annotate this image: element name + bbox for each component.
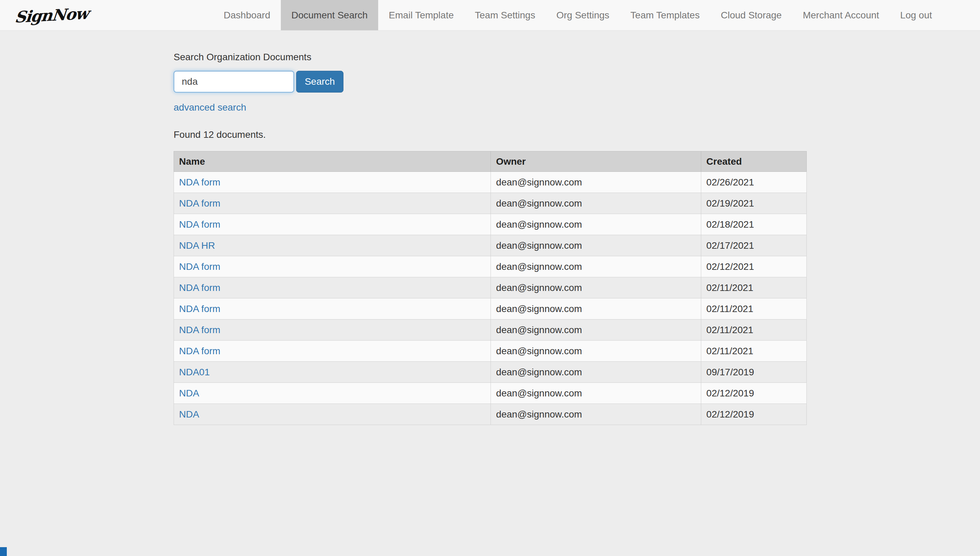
nav-item-cloud-storage[interactable]: Cloud Storage <box>710 0 792 30</box>
table-row: NDA form dean@signnow.com 02/18/2021 <box>174 214 807 235</box>
table-row: NDA HR dean@signnow.com 02/17/2021 <box>174 235 807 256</box>
nav-item-label: Email Template <box>389 10 454 21</box>
table-row: NDA form dean@signnow.com 02/19/2021 <box>174 193 807 214</box>
nav-item-label: Document Search <box>291 10 368 21</box>
document-owner-cell: dean@signnow.com <box>491 277 701 298</box>
search-row: Search <box>174 71 980 92</box>
document-owner-cell: dean@signnow.com <box>491 362 701 383</box>
document-name-link[interactable]: NDA <box>179 388 199 398</box>
table-row: NDA form dean@signnow.com 02/12/2021 <box>174 256 807 277</box>
table-row: NDA dean@signnow.com 02/12/2019 <box>174 404 807 425</box>
top-navbar: SignNow Dashboard Document Search Email … <box>0 0 980 31</box>
document-created-cell: 02/26/2021 <box>701 172 807 193</box>
document-name-link[interactable]: NDA HR <box>179 240 215 251</box>
results-table-head: Name Owner Created <box>174 152 807 172</box>
table-row: NDA form dean@signnow.com 02/26/2021 <box>174 172 807 193</box>
document-name-link[interactable]: NDA form <box>179 283 220 293</box>
table-row: NDA form dean@signnow.com 02/11/2021 <box>174 341 807 362</box>
signnow-logo[interactable]: SignNow <box>0 0 105 33</box>
document-owner-cell: dean@signnow.com <box>491 341 701 362</box>
document-name-link[interactable]: NDA form <box>179 346 220 356</box>
document-name-link[interactable]: NDA form <box>179 304 220 314</box>
nav-item-label: Cloud Storage <box>721 10 781 21</box>
search-input[interactable] <box>174 71 294 92</box>
document-owner-cell: dean@signnow.com <box>491 320 701 341</box>
nav-item-org-settings[interactable]: Org Settings <box>546 0 620 30</box>
document-owner-cell: dean@signnow.com <box>491 256 701 277</box>
results-table-body: NDA form dean@signnow.com 02/26/2021 NDA… <box>174 172 807 425</box>
nav-items: Dashboard Document Search Email Template… <box>213 0 943 30</box>
nav-item-log-out[interactable]: Log out <box>890 0 943 30</box>
document-created-cell: 02/11/2021 <box>701 320 807 341</box>
document-created-cell: 02/18/2021 <box>701 214 807 235</box>
document-name-link[interactable]: NDA form <box>179 177 220 187</box>
table-row: NDA01 dean@signnow.com 09/17/2019 <box>174 362 807 383</box>
document-owner-cell: dean@signnow.com <box>491 214 701 235</box>
table-row: NDA dean@signnow.com 02/12/2019 <box>174 383 807 404</box>
document-name-link[interactable]: NDA form <box>179 261 220 272</box>
document-created-cell: 02/12/2019 <box>701 404 807 425</box>
header-row: Name Owner Created <box>174 152 807 172</box>
document-owner-cell: dean@signnow.com <box>491 235 701 256</box>
document-name-link[interactable]: NDA01 <box>179 367 210 377</box>
nav-item-label: Org Settings <box>556 10 609 21</box>
main-content: Search Organization Documents Search adv… <box>0 31 980 425</box>
nav-item-label: Merchant Account <box>803 10 879 21</box>
nav-item-label: Dashboard <box>224 10 270 21</box>
document-name-link[interactable]: NDA form <box>179 219 220 230</box>
document-owner-cell: dean@signnow.com <box>491 383 701 404</box>
table-row: NDA form dean@signnow.com 02/11/2021 <box>174 320 807 341</box>
nav-item-team-templates[interactable]: Team Templates <box>620 0 710 30</box>
nav-item-team-settings[interactable]: Team Settings <box>464 0 546 30</box>
nav-item-dashboard[interactable]: Dashboard <box>213 0 281 30</box>
column-header-name: Name <box>174 152 491 172</box>
nav-item-document-search[interactable]: Document Search <box>281 0 378 30</box>
document-created-cell: 02/12/2019 <box>701 383 807 404</box>
document-name-link[interactable]: NDA <box>179 409 199 420</box>
document-owner-cell: dean@signnow.com <box>491 193 701 214</box>
document-owner-cell: dean@signnow.com <box>491 172 701 193</box>
nav-item-label: Log out <box>900 10 932 21</box>
nav-item-label: Team Settings <box>475 10 535 21</box>
results-summary: Found 12 documents. <box>174 129 980 140</box>
nav-item-label: Team Templates <box>631 10 700 21</box>
document-created-cell: 09/17/2019 <box>701 362 807 383</box>
search-section-label: Search Organization Documents <box>174 52 980 63</box>
column-header-created: Created <box>701 152 807 172</box>
table-row: NDA form dean@signnow.com 02/11/2021 <box>174 298 807 320</box>
table-row: NDA form dean@signnow.com 02/11/2021 <box>174 277 807 298</box>
document-created-cell: 02/11/2021 <box>701 298 807 320</box>
document-created-cell: 02/12/2021 <box>701 256 807 277</box>
document-created-cell: 02/11/2021 <box>701 341 807 362</box>
results-table: Name Owner Created NDA form dean@signnow… <box>174 151 807 425</box>
search-button[interactable]: Search <box>296 71 343 92</box>
document-created-cell: 02/17/2021 <box>701 235 807 256</box>
document-created-cell: 02/19/2021 <box>701 193 807 214</box>
document-name-link[interactable]: NDA form <box>179 325 220 335</box>
column-header-owner: Owner <box>491 152 701 172</box>
bottom-left-blue-square <box>0 547 7 556</box>
nav-item-merchant-account[interactable]: Merchant Account <box>792 0 889 30</box>
nav-item-email-template[interactable]: Email Template <box>378 0 464 30</box>
document-owner-cell: dean@signnow.com <box>491 404 701 425</box>
document-created-cell: 02/11/2021 <box>701 277 807 298</box>
document-name-link[interactable]: NDA form <box>179 198 220 208</box>
document-owner-cell: dean@signnow.com <box>491 298 701 320</box>
advanced-search-link[interactable]: advanced search <box>174 102 246 113</box>
